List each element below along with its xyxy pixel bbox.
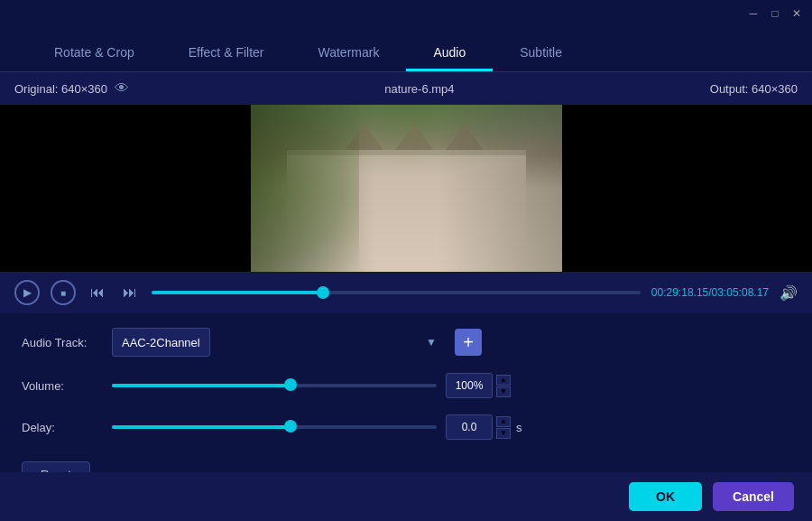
video-thumbnail xyxy=(251,105,562,272)
title-bar: ─ □ ✕ xyxy=(0,0,812,27)
time-display: 00:29:18.15/03:05:08.17 xyxy=(651,286,769,299)
select-arrow-icon: ▼ xyxy=(426,336,437,349)
volume-label: Volume: xyxy=(22,379,103,393)
minimize-button[interactable]: ─ xyxy=(745,5,761,22)
tab-subtitle[interactable]: Subtitle xyxy=(493,36,589,71)
cancel-button[interactable]: Cancel xyxy=(713,482,794,511)
info-bar: Original: 640×360 👁 nature-6.mp4 Output:… xyxy=(0,72,812,105)
tab-rotate[interactable]: Rotate & Crop xyxy=(27,36,161,71)
volume-row: Volume: 100% ▲ ▼ xyxy=(22,373,790,398)
audio-track-label: Audio Track: xyxy=(22,336,103,349)
maximize-button[interactable]: □ xyxy=(767,5,783,22)
tab-effect[interactable]: Effect & Filter xyxy=(161,36,291,71)
volume-icon[interactable]: 🔊 xyxy=(780,284,798,302)
close-button[interactable]: ✕ xyxy=(789,5,805,22)
next-button[interactable]: ⏭ xyxy=(119,282,141,303)
playback-controls: ▶ ■ ⏮ ⏭ 00:29:18.15/03:05:08.17 🔊 xyxy=(0,272,812,313)
audio-track-select-wrapper: AAC-2ChannelAAC-StereoMP3-2Channel ▼ xyxy=(112,328,446,357)
delay-value-wrapper: 0.0 ▲ ▼ s xyxy=(446,414,522,440)
delay-slider[interactable] xyxy=(112,425,437,429)
delay-label: Delay: xyxy=(22,421,103,434)
tab-bar: Rotate & Crop Effect & Filter Watermark … xyxy=(0,27,812,72)
tab-watermark[interactable]: Watermark xyxy=(291,36,407,71)
volume-up-button[interactable]: ▲ xyxy=(496,375,511,386)
progress-bar[interactable] xyxy=(152,291,641,294)
volume-down-button[interactable]: ▼ xyxy=(496,386,511,397)
delay-spinner: ▲ ▼ xyxy=(496,416,511,439)
delay-up-button[interactable]: ▲ xyxy=(496,416,511,427)
delay-down-button[interactable]: ▼ xyxy=(496,428,511,439)
audio-track-select[interactable]: AAC-2ChannelAAC-StereoMP3-2Channel xyxy=(112,328,210,357)
eye-icon[interactable]: 👁 xyxy=(115,80,129,97)
stop-button[interactable]: ■ xyxy=(51,280,76,305)
delay-value[interactable]: 0.0 xyxy=(446,414,493,440)
add-track-button[interactable]: + xyxy=(455,329,482,356)
volume-value-wrapper: 100% ▲ ▼ xyxy=(446,373,511,398)
original-resolution: Original: 640×360 xyxy=(14,82,107,96)
delay-row: Delay: 0.0 ▲ ▼ s xyxy=(22,414,790,440)
volume-slider[interactable] xyxy=(112,384,437,387)
filename-display: nature-6.mp4 xyxy=(384,82,454,96)
volume-spinner: ▲ ▼ xyxy=(496,375,511,397)
audio-track-row: Audio Track: AAC-2ChannelAAC-StereoMP3-2… xyxy=(22,328,790,357)
prev-button[interactable]: ⏮ xyxy=(87,282,108,303)
delay-unit: s xyxy=(516,421,522,434)
output-resolution: Output: 640×360 xyxy=(710,82,798,96)
video-preview-area xyxy=(0,105,812,272)
play-button[interactable]: ▶ xyxy=(14,280,40,305)
ok-button[interactable]: OK xyxy=(629,482,702,511)
volume-value[interactable]: 100% xyxy=(446,373,493,398)
bottom-bar: OK Cancel xyxy=(0,472,812,521)
tab-audio[interactable]: Audio xyxy=(406,36,493,71)
